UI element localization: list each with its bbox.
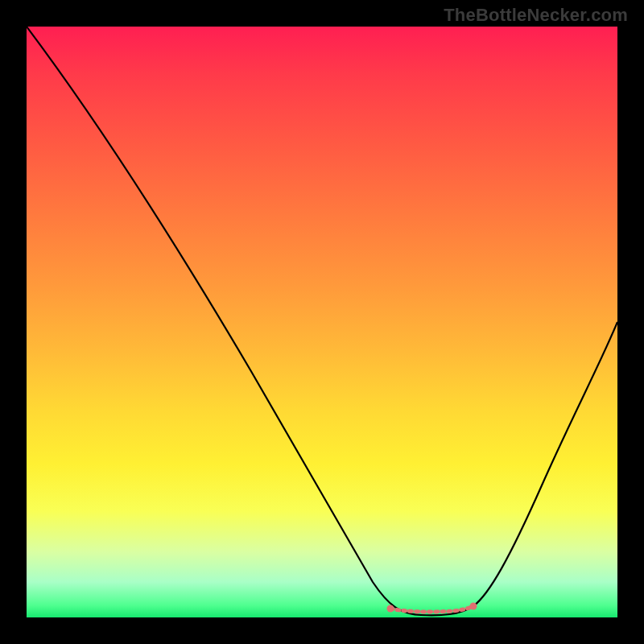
chart-frame: TheBottleNecker.com <box>0 0 644 644</box>
plot-area <box>27 27 617 617</box>
curve-path <box>27 27 617 615</box>
bottleneck-curve <box>27 27 617 617</box>
minimum-marker-left-dot <box>387 605 394 613</box>
watermark-text: TheBottleNecker.com <box>444 5 628 26</box>
minimum-marker-right-dot <box>470 603 477 610</box>
minimum-plateau-marker <box>390 606 473 612</box>
